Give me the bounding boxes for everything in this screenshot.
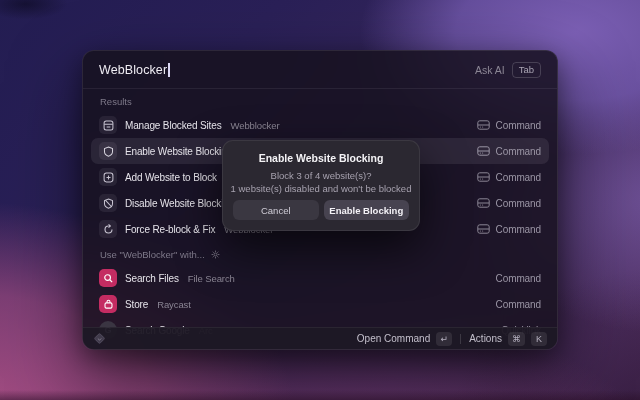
command-accessory-icon [477, 198, 490, 208]
row-title: Add Website to Block [125, 172, 217, 183]
row-title: Force Re-block & Fix [125, 224, 215, 235]
text-caret [168, 63, 170, 77]
row-accessory-label: Command [496, 172, 541, 183]
row-title: Store [125, 299, 148, 310]
row-subtitle: Raycast [157, 299, 191, 310]
dialog-title: Enable Website Blocking [223, 152, 419, 164]
row-accessory-label: Command [496, 198, 541, 209]
store-icon [99, 295, 117, 313]
command-accessory-icon [477, 172, 490, 182]
row-title: Enable Website Blocking [125, 146, 232, 157]
results-header: Results [83, 89, 557, 112]
row-title: Disable Website Blocking [125, 198, 234, 209]
row-accessory-label: Command [496, 120, 541, 131]
row-accessory-label: Command [496, 146, 541, 157]
actions-button[interactable]: Actions [469, 333, 502, 344]
enter-key-badge[interactable]: ↵ [436, 332, 452, 346]
command-accessory-icon [477, 224, 490, 234]
use-with-row-search-files[interactable]: Search Files File Search Command [91, 265, 549, 291]
add-square-icon [99, 168, 117, 186]
shield-icon [99, 142, 117, 160]
row-accessory-label: Command [496, 299, 541, 310]
search-input[interactable]: WebBlocker [99, 63, 167, 77]
refresh-icon [99, 220, 117, 238]
footer-divider [460, 334, 461, 344]
cmd-key-badge[interactable]: ⌘ [508, 332, 525, 346]
result-row-manage-blocked-sites[interactable]: Manage Blocked Sites Webblocker Command [91, 112, 549, 138]
shield-off-icon [99, 194, 117, 212]
use-with-header: Use "WebBlocker" with... [83, 242, 557, 265]
dialog-line1: Block 3 of 4 website(s)? [223, 169, 419, 182]
search-bar: WebBlocker Ask AI Tab [83, 51, 557, 89]
open-command-button[interactable]: Open Command [357, 333, 430, 344]
gear-icon[interactable] [211, 250, 220, 259]
row-subtitle: Webblocker [231, 120, 280, 131]
use-with-row-store[interactable]: Store Raycast Command [91, 291, 549, 317]
row-title: Search Files [125, 273, 179, 284]
search-files-icon [99, 269, 117, 287]
row-accessory-label: Command [496, 273, 541, 284]
cancel-button[interactable]: Cancel [233, 200, 319, 220]
row-title: Manage Blocked Sites [125, 120, 222, 131]
dialog-buttons: Cancel Enable Blocking [233, 200, 409, 220]
results-header-label: Results [100, 96, 132, 107]
confirmation-dialog: Enable Website Blocking Block 3 of 4 web… [222, 140, 420, 231]
enable-blocking-button[interactable]: Enable Blocking [324, 200, 410, 220]
dialog-body: Block 3 of 4 website(s)? 1 website(s) di… [223, 169, 419, 195]
ask-ai-label[interactable]: Ask AI [475, 64, 505, 76]
raycast-logo-icon [93, 332, 106, 345]
row-subtitle: File Search [188, 273, 235, 284]
k-key-badge[interactable]: K [531, 332, 547, 346]
use-with-header-label: Use "WebBlocker" with... [100, 249, 205, 260]
footer-bar: Open Command ↵ Actions ⌘ K [83, 327, 557, 349]
tab-key-badge: Tab [512, 62, 541, 78]
command-accessory-icon [477, 146, 490, 156]
dialog-line2: 1 website(s) disabled and won't be block… [223, 182, 419, 195]
blocked-sites-icon [99, 116, 117, 134]
row-accessory-label: Command [496, 224, 541, 235]
command-accessory-icon [477, 120, 490, 130]
